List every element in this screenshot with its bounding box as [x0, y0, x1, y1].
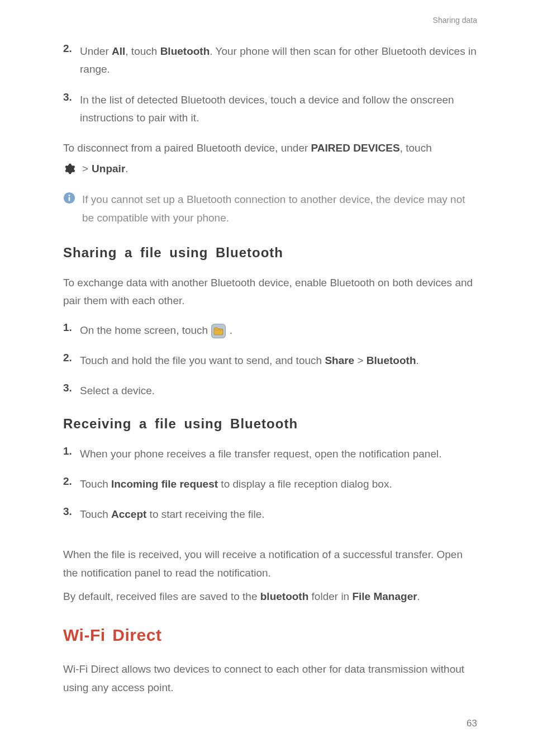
step-number: 2.	[63, 352, 77, 370]
heading-wifi-direct: Wi-Fi Direct	[63, 626, 477, 645]
note-text: If you cannot set up a Bluetooth connect…	[82, 191, 477, 227]
step-3-pairing: 3. In the list of detected Bluetooth dev…	[63, 91, 477, 127]
step-number: 1.	[63, 445, 77, 463]
receiving-step-2: 2. Touch Incoming file request to displa…	[63, 475, 477, 493]
gear-icon	[63, 163, 75, 175]
page-number: 63	[467, 718, 477, 729]
file-manager-icon	[211, 323, 226, 339]
step-body: Touch and hold the file you want to send…	[77, 352, 419, 370]
step-number: 3.	[63, 91, 77, 127]
step-body: On the home screen, touch .	[77, 322, 232, 339]
svg-point-1	[69, 195, 70, 196]
step-number: 3.	[63, 382, 77, 400]
info-icon	[63, 192, 75, 204]
wifi-direct-para: Wi-Fi Direct allows two devices to conne…	[63, 660, 477, 697]
unpair-line: > Unpair.	[63, 163, 477, 175]
step-body: In the list of detected Bluetooth device…	[77, 91, 477, 127]
step-number: 3.	[63, 505, 77, 523]
step-body: Select a device.	[77, 382, 155, 400]
svg-rect-2	[69, 197, 70, 201]
step-number: 2.	[63, 475, 77, 493]
step-body: When your phone receives a file transfer…	[77, 445, 441, 463]
sharing-step-3: 3. Select a device.	[63, 382, 477, 400]
disconnect-paragraph: To disconnect from a paired Bluetooth de…	[63, 139, 477, 157]
info-note: If you cannot set up a Bluetooth connect…	[63, 191, 477, 227]
step-2-pairing: 2. Under All, touch Bluetooth. Your phon…	[63, 42, 477, 79]
sharing-intro: To exchange data with another Bluetooth …	[63, 274, 477, 310]
heading-sharing-file: Sharing a file using Bluetooth	[63, 245, 477, 261]
header-section-label: Sharing data	[63, 16, 477, 25]
step-body: Touch Incoming file request to display a…	[77, 475, 392, 493]
step-body: Under All, touch Bluetooth. Your phone w…	[77, 42, 477, 79]
step-number: 2.	[63, 42, 77, 79]
step-number: 1.	[63, 322, 77, 339]
receiving-step-3: 3. Touch Accept to start receiving the f…	[63, 505, 477, 523]
sharing-step-1: 1. On the home screen, touch .	[63, 322, 477, 339]
sharing-step-2: 2. Touch and hold the file you want to s…	[63, 352, 477, 370]
step-body: Touch Accept to start receiving the file…	[77, 505, 265, 523]
heading-receiving-file: Receiving a file using Bluetooth	[63, 416, 477, 432]
receiving-step-1: 1. When your phone receives a file trans…	[63, 445, 477, 463]
receiving-para-1: When the file is received, you will rece…	[63, 546, 477, 582]
receiving-para-2: By default, received files are saved to …	[63, 588, 477, 606]
